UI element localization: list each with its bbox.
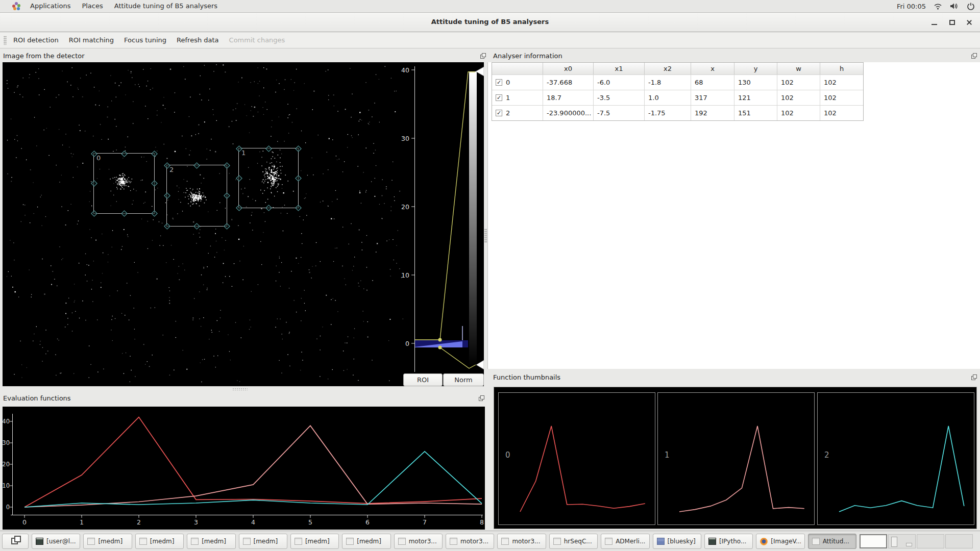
table-cell: 102 <box>777 90 820 105</box>
column-header-x[interactable]: x <box>691 63 734 74</box>
svg-text:7: 7 <box>423 518 427 526</box>
volume-icon[interactable] <box>950 2 959 10</box>
toolbar-item-roi-detection[interactable]: ROI detection <box>13 36 59 44</box>
taskbar-button-label: [medm] <box>150 538 175 545</box>
float-panel-icon[interactable] <box>971 53 977 59</box>
roi-box-1[interactable]: 1 <box>238 148 299 208</box>
topbar-menu-2[interactable]: Attitude tuning of B5 analysers <box>109 0 223 12</box>
roi-box-0[interactable]: 0 <box>93 153 155 214</box>
row-checkbox[interactable]: ✓ <box>496 110 502 116</box>
roi-label: 2 <box>169 166 174 173</box>
window-icon <box>553 538 561 545</box>
roi-box-2[interactable]: 2 <box>166 165 227 227</box>
detector-panel-title: Image from the detector <box>3 52 85 60</box>
toolbar-item-roi-matching[interactable]: ROI matching <box>69 36 114 44</box>
function-thumbnail-2[interactable]: 2 <box>817 392 974 525</box>
archive-icon <box>657 538 665 545</box>
analyser-table[interactable]: x0x1x2xywh✓0-37.668-6.0-1.868130102102✓1… <box>492 62 864 121</box>
table-cell: 1.0 <box>645 90 691 105</box>
thumbnails-panel-title: Function thumbnails <box>493 373 560 381</box>
table-row[interactable]: ✓0-37.668-6.0-1.868130102102 <box>492 74 863 90</box>
svg-text:1: 1 <box>665 450 670 460</box>
taskbar-button[interactable]: motor3... <box>497 534 546 549</box>
minimize-button[interactable] <box>931 19 938 26</box>
network-wifi-icon[interactable] <box>934 2 942 10</box>
row-checkbox[interactable]: ✓ <box>496 79 502 86</box>
svg-text:2: 2 <box>824 450 829 460</box>
topbar-menu-1[interactable]: Places <box>76 0 108 12</box>
topbar-menu-0[interactable]: Applications <box>24 0 76 12</box>
column-header-x0[interactable]: x0 <box>543 63 594 74</box>
taskbar-button[interactable]: [medm] <box>83 534 132 549</box>
table-cell: 102 <box>820 75 863 90</box>
power-icon[interactable] <box>966 2 975 10</box>
svg-text:30: 30 <box>3 439 10 446</box>
window-switcher-button[interactable] <box>2 534 29 549</box>
table-cell: 102 <box>777 75 820 90</box>
detector-image[interactable]: 403020100 ROI Norm 021 <box>3 62 484 386</box>
window-icon <box>346 538 354 545</box>
taskbar-button[interactable]: motor3... <box>446 534 494 549</box>
function-thumbnail-1[interactable]: 1 <box>657 392 815 525</box>
taskbar-button[interactable]: [medm] <box>239 534 287 549</box>
workspace-1[interactable] <box>860 534 887 548</box>
window-icon <box>243 538 251 545</box>
row-checkbox[interactable]: ✓ <box>496 94 502 101</box>
column-header-h[interactable]: h <box>820 63 863 74</box>
window-titlebar[interactable]: Attitude tuning of B5 analysers <box>0 13 980 32</box>
taskbar-button-label: [medm] <box>305 538 330 545</box>
taskbar-button[interactable]: [medm] <box>135 534 184 549</box>
taskbar-button[interactable]: ADMerli... <box>601 534 649 549</box>
taskbar-button[interactable]: [user@l... <box>32 534 80 549</box>
function-thumbnail-0[interactable]: 0 <box>498 392 655 525</box>
maximize-button[interactable] <box>948 19 955 26</box>
taskbar-button[interactable]: [medm] <box>342 534 390 549</box>
horizontal-splitter-handle[interactable] <box>232 388 248 390</box>
workspace-2[interactable] <box>888 534 916 548</box>
column-header-select[interactable] <box>492 63 543 74</box>
column-header-y[interactable]: y <box>734 63 777 74</box>
toolbar-item-focus-tuning[interactable]: Focus tuning <box>124 36 166 44</box>
vertical-splitter-handle[interactable] <box>484 229 487 243</box>
toolbar-item-refresh-data[interactable]: Refresh data <box>177 36 219 44</box>
table-cell: -1.8 <box>645 75 691 90</box>
taskbar-button[interactable]: [IPytho... <box>704 534 753 549</box>
topbar-menus: ApplicationsPlacesAttitude tuning of B5 … <box>24 0 223 12</box>
window-icon <box>87 538 95 545</box>
row-select-cell[interactable]: ✓1 <box>492 90 543 105</box>
column-header-x2[interactable]: x2 <box>645 63 691 74</box>
detector-plot-canvas[interactable]: 403020100 <box>3 62 484 386</box>
evaluation-plot[interactable]: 010203040012345678 <box>3 407 485 530</box>
taskbar-button[interactable]: [bluesky] <box>653 534 701 549</box>
table-cell: 102 <box>777 106 820 120</box>
terminal-icon <box>36 538 43 545</box>
taskbar-button[interactable]: hrSeqC... <box>549 534 598 549</box>
table-cell: 130 <box>734 75 777 90</box>
row-select-cell[interactable]: ✓0 <box>492 75 543 90</box>
row-select-cell[interactable]: ✓2 <box>492 106 543 120</box>
toolbar-grip[interactable] <box>4 36 7 45</box>
column-header-x1[interactable]: x1 <box>594 63 645 74</box>
taskbar-button-label: hrSeqC... <box>564 538 592 545</box>
table-row[interactable]: ✓118.7-3.51.0317121102102 <box>492 90 863 105</box>
float-panel-icon[interactable] <box>479 395 484 401</box>
taskbar-button[interactable]: motor3... <box>394 534 443 549</box>
taskbar-button[interactable]: Attitud... <box>808 534 856 549</box>
window-icon <box>191 538 199 545</box>
close-button[interactable] <box>966 19 973 26</box>
float-panel-icon[interactable] <box>480 53 486 59</box>
workspace-3[interactable] <box>917 534 944 548</box>
svg-text:4: 4 <box>251 518 255 526</box>
norm-range-button[interactable]: Norm <box>443 373 484 386</box>
taskbar-button[interactable]: [ImageV... <box>756 534 804 549</box>
workspace-4[interactable] <box>945 534 973 548</box>
column-header-w[interactable]: w <box>777 63 820 74</box>
svg-text:0: 0 <box>505 450 510 460</box>
applications-menu-icon[interactable] <box>12 2 20 10</box>
table-row[interactable]: ✓2-23.900000...-7.5-1.75192151102102 <box>492 105 863 120</box>
float-panel-icon[interactable] <box>971 374 977 380</box>
roi-range-button[interactable]: ROI <box>403 373 443 386</box>
taskbar-button[interactable]: [medm] <box>187 534 235 549</box>
taskbar-button[interactable]: [medm] <box>290 534 339 549</box>
table-cell: 192 <box>691 106 734 120</box>
